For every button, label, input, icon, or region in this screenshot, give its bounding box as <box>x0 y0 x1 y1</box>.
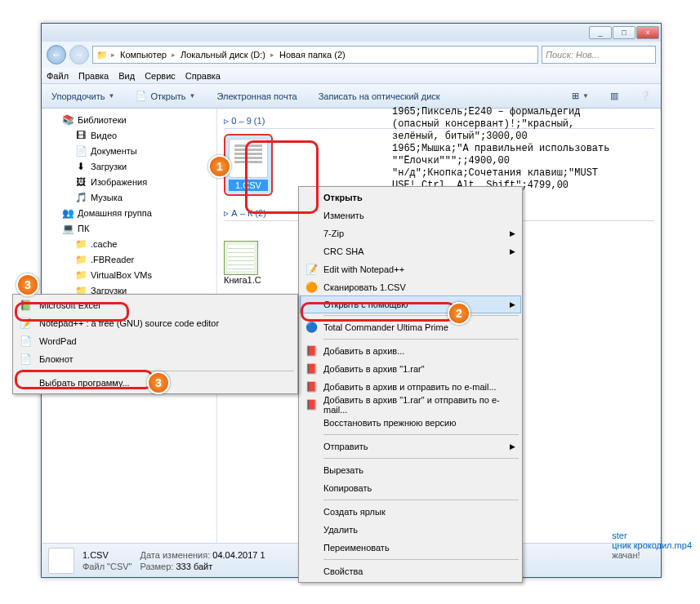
tree-label: .FBReader <box>91 255 134 264</box>
menu-item[interactable]: 🔵Total Commander Ultima Prime <box>301 318 520 336</box>
menu-edit[interactable]: Правка <box>78 71 109 81</box>
menu-item[interactable]: 📄WordPad <box>15 332 296 350</box>
menu-tools[interactable]: Сервис <box>145 71 176 81</box>
tree-item[interactable]: 🎞Видео <box>42 127 216 143</box>
search-input[interactable]: Поиск: Нов... <box>542 46 656 64</box>
forward-button[interactable]: → <box>69 45 89 64</box>
menu-item[interactable]: Открыть <box>301 189 520 207</box>
file-item[interactable]: Книга1.С <box>224 241 261 285</box>
file-item-selected[interactable]: 1.CSV <box>224 134 273 196</box>
menu-item[interactable]: 📄Блокнот <box>15 350 296 368</box>
tree-item[interactable]: 📁.FBReader <box>42 251 216 267</box>
address-bar[interactable]: 📁 ▸ Компьютер ▸ Локальный диск (D:) ▸ Но… <box>92 46 538 64</box>
chevron-right-icon: ▸ <box>172 51 176 59</box>
nav-bar: ← → 📁 ▸ Компьютер ▸ Локальный диск (D:) … <box>42 42 661 68</box>
menu-item[interactable]: 📕Добавить в архив и отправить по e-mail.… <box>301 378 520 396</box>
tree-item[interactable]: 👥Домашняя группа <box>42 205 216 220</box>
tree-item[interactable]: 🖼Изображения <box>42 174 216 189</box>
menu-item[interactable]: 📕Добавить в архив "1.rar" <box>301 360 520 378</box>
menu-label: WordPad <box>39 336 77 346</box>
menu-item[interactable]: Вырезать <box>301 461 520 479</box>
menu-label: Изменить <box>323 211 364 220</box>
email-button[interactable]: Электронная почта <box>212 90 302 103</box>
menu-label: Отправить <box>323 442 368 451</box>
menu-item[interactable]: Создать ярлык <box>301 503 520 521</box>
menu-item[interactable]: 📝Notepad++ : a free (GNU) source code ed… <box>15 314 296 332</box>
menu-view[interactable]: Вид <box>118 71 135 81</box>
preview-pane-button[interactable]: ▥ <box>605 89 623 103</box>
app-icon: 📕 <box>304 380 319 394</box>
callout-badge: 2 <box>448 302 470 325</box>
tree-item[interactable]: 📁.cache <box>42 236 216 251</box>
chevron-down-icon: ▼ <box>189 92 196 100</box>
folder-icon: 📄 <box>74 144 87 158</box>
menu-item[interactable]: Копировать <box>301 479 520 497</box>
maximize-button[interactable]: □ <box>613 26 635 39</box>
open-button[interactable]: 📄Открыть▼ <box>131 89 200 103</box>
menu-item[interactable]: 📕Добавить в архив... <box>301 342 520 360</box>
menu-item[interactable]: 🟠Сканировать 1.CSV <box>301 278 520 296</box>
menu-label: CRC SHA <box>323 246 364 256</box>
menu-item[interactable]: Восстановить прежнюю версию <box>301 414 520 432</box>
tree-item[interactable]: 📁VirtualBox VMs <box>42 267 216 282</box>
breadcrumb[interactable]: Компьютер <box>118 50 168 60</box>
menu-item[interactable]: Переименовать <box>301 539 520 557</box>
folder-icon: 👥 <box>61 207 74 220</box>
menu-item[interactable]: 📕Добавить в архив "1.rar" и отправить по… <box>301 396 520 414</box>
breadcrumb[interactable]: Локальный диск (D:) <box>179 50 267 60</box>
folder-icon: 📁 <box>74 253 87 266</box>
toolbar: Упорядочить▼ 📄Открыть▼ Электронная почта… <box>42 84 661 109</box>
chevron-right-icon: ▶ <box>510 229 515 238</box>
tree-label: .cache <box>91 239 117 249</box>
breadcrumb[interactable]: Новая папка (2) <box>278 50 347 60</box>
menu-label: Добавить в архив "1.rar" и отправить по … <box>323 395 504 415</box>
menu-item[interactable]: Отправить▶ <box>301 437 520 455</box>
menu-item[interactable]: 📗Microsoft Excel <box>15 296 296 314</box>
menu-item[interactable]: 7-Zip▶ <box>301 224 520 242</box>
back-button[interactable]: ← <box>47 45 66 64</box>
tree-label: Изображения <box>91 177 147 187</box>
chevron-right-icon: ▸ <box>111 51 115 59</box>
menu-label: Вырезать <box>323 465 363 475</box>
chevron-right-icon: ▶ <box>510 247 515 255</box>
folder-icon: 📁 <box>74 238 87 251</box>
burn-button[interactable]: Записать на оптический диск <box>314 90 445 103</box>
download-status: ster цник крокодил.mp4 жачан! <box>612 531 692 560</box>
menu-item[interactable]: CRC SHA▶ <box>301 242 520 260</box>
tree-label: Видео <box>91 131 117 140</box>
chevron-right-icon: ▸ <box>270 51 274 59</box>
label: Дата изменения: <box>140 550 211 560</box>
chevron-right-icon: ▶ <box>510 442 515 451</box>
menu-item[interactable]: 📝Edit with Notepad++ <box>301 260 520 278</box>
tree-item[interactable]: 🎵Музыка <box>42 189 216 205</box>
minimize-button[interactable]: _ <box>589 26 612 39</box>
menu-label: Добавить в архив... <box>323 346 404 356</box>
file-icon: 📄 <box>136 91 147 101</box>
help-button[interactable]: ❔ <box>635 89 656 103</box>
menu-item[interactable]: Удалить <box>301 521 520 539</box>
folder-icon: 📁 <box>74 269 87 282</box>
organize-button[interactable]: Упорядочить▼ <box>47 90 119 103</box>
menu-item[interactable]: Открыть с помощью▶ <box>300 295 521 313</box>
menu-item[interactable]: Изменить <box>301 207 520 224</box>
app-icon: 🔵 <box>304 320 319 335</box>
folder-icon: ⬇ <box>74 160 87 173</box>
folder-icon: 🎞 <box>74 129 87 142</box>
menu-label: Сканировать 1.CSV <box>323 282 406 292</box>
tree-item[interactable]: 💻ПК <box>42 220 216 236</box>
tree-item[interactable]: ⬇Загрузки <box>42 158 216 174</box>
file-label: 1.CSV <box>229 180 268 191</box>
menu-item[interactable]: Свойства <box>301 562 520 580</box>
menu-file[interactable]: Файл <box>47 71 69 81</box>
view-options-button[interactable]: ⊞ ▼ <box>567 89 594 103</box>
menu-label: Добавить в архив "1.rar" <box>323 364 425 374</box>
menu-help[interactable]: Справка <box>185 71 221 81</box>
tree-item[interactable]: 📄Документы <box>42 143 216 158</box>
tree-label: VirtualBox VMs <box>91 270 152 280</box>
app-icon: 📗 <box>18 298 33 313</box>
folder-icon: 🖼 <box>74 175 87 189</box>
tree-item[interactable]: 📚Библиотеки <box>42 112 216 127</box>
menu-label: 7-Zip <box>323 229 344 238</box>
close-button[interactable]: × <box>636 26 659 39</box>
value: 333 байт <box>176 562 212 571</box>
